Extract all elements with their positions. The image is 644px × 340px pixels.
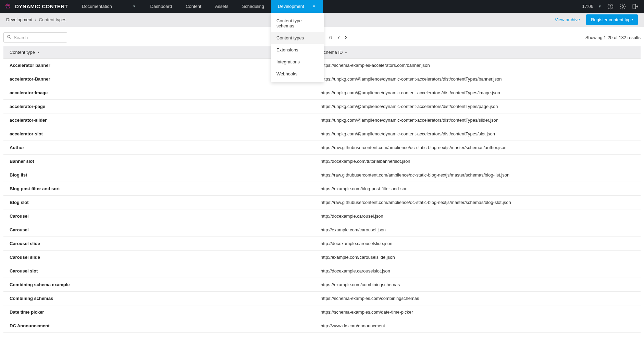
breadcrumb: Development / Content types [6, 17, 66, 22]
dev-menu-item[interactable]: Webhooks [271, 68, 324, 80]
clock-selector[interactable]: 17:06 ▼ [582, 4, 602, 9]
cell-schema-id: https://raw.githubusercontent.com/amplie… [321, 172, 634, 178]
dev-menu-item[interactable]: Content type schemas [271, 15, 324, 32]
table-row[interactable]: accelerator-pagehttps://unpkg.com/@ampli… [3, 100, 641, 113]
search-input-wrap[interactable] [3, 32, 67, 42]
breadcrumb-root[interactable]: Development [6, 17, 33, 22]
cell-content-type: accelerator-slot [10, 131, 321, 136]
cell-schema-id: https://unpkg.com/@amplience/dynamic-con… [321, 90, 634, 95]
table-row[interactable]: Combining schemashttps://schema-examples… [3, 292, 641, 305]
cell-content-type: Blog post filter and sort [10, 186, 321, 191]
gear-icon[interactable] [619, 3, 626, 10]
next-page-icon[interactable] [344, 35, 348, 40]
table-row[interactable]: Banner slothttp://docexample.com/tutoria… [3, 155, 641, 168]
dev-menu-item[interactable]: Extensions [271, 44, 324, 56]
nav-tab-scheduling[interactable]: Scheduling [235, 0, 271, 13]
sort-asc-icon [37, 50, 40, 55]
cell-schema-id: http://www.dc.com/announcment [321, 323, 634, 328]
cell-schema-id: http://example.com/carousel.json [321, 227, 634, 232]
dev-menu-item[interactable]: Content types [271, 32, 324, 44]
cell-schema-id: https://raw.githubusercontent.com/amplie… [321, 145, 634, 150]
cell-schema-id: http://docexample.carouselslide.json [321, 241, 634, 246]
column-header-label: Schema ID [321, 50, 343, 55]
cell-content-type: Carousel [10, 214, 321, 219]
cell-content-type: Carousel slide [10, 241, 321, 246]
cell-content-type: Blog list [10, 172, 321, 178]
table-row[interactable]: Carousel slothttp://docexample.carousels… [3, 264, 641, 278]
cell-schema-id: https://example.com/combiningschemas [321, 282, 634, 287]
breadcrumb-separator: / [35, 17, 36, 22]
cell-content-type: Banner slot [10, 159, 321, 164]
table-row[interactable]: Blog slothttps://raw.githubusercontent.c… [3, 196, 641, 209]
search-input[interactable] [14, 35, 64, 40]
svg-point-4 [8, 35, 10, 38]
cell-content-type: Blog slot [10, 200, 321, 205]
nav-tab-dashboard[interactable]: Dashboard [144, 0, 179, 13]
table-row[interactable]: DC Announcementhttp://www.dc.com/announc… [3, 319, 641, 333]
table-row[interactable]: Carouselhttp://docexample.carousel.json [3, 209, 641, 223]
view-archive-link[interactable]: View archive [555, 17, 580, 22]
cell-content-type: accelerator-Image [10, 90, 321, 95]
cell-schema-id: http://docexample.com/tutorialbannerslot… [321, 159, 634, 164]
table-row[interactable]: Blog post filter and sorthttps://example… [3, 182, 641, 196]
table-row[interactable]: Combining schema examplehttps://example.… [3, 278, 641, 292]
cell-schema-id: http://docexample.carousel.json [321, 214, 634, 219]
cell-schema-id: https://unpkg.com/@amplience/dynamic-con… [321, 131, 634, 136]
cell-schema-id: https://unpkg.com/@amplience/dynamic-con… [321, 118, 634, 123]
page-number[interactable]: 6 [328, 34, 333, 41]
cell-schema-id: https://raw.githubusercontent.com/amplie… [321, 200, 634, 205]
cell-schema-id: https://unpkg.com/@amplience/dynamic-con… [321, 76, 634, 82]
cell-content-type: Date time picker [10, 309, 321, 315]
brand-title: DYNAMIC CONTENT [15, 3, 68, 9]
hub-selector[interactable]: Documentation ▼ [74, 0, 143, 13]
svg-rect-3 [633, 4, 635, 9]
cell-schema-id: http://docexample.carouselslot.json [321, 268, 634, 274]
brand-block[interactable]: DYNAMIC CONTENT [0, 0, 74, 13]
page-number[interactable]: 7 [336, 34, 340, 41]
table-row[interactable]: accelerator-slothttps://unpkg.com/@ampli… [3, 127, 641, 141]
chevron-down-icon: ▼ [133, 4, 136, 8]
cell-schema-id: https://unpkg.com/@amplience/dynamic-con… [321, 104, 634, 109]
nav-tab-label: Content [186, 4, 201, 9]
table-row[interactable]: accelerator-sliderhttps://unpkg.com/@amp… [3, 113, 641, 127]
breadcrumb-current: Content types [39, 17, 66, 22]
table-row[interactable]: Blog listhttps://raw.githubusercontent.c… [3, 168, 641, 182]
logout-icon[interactable] [632, 3, 639, 10]
table-body: Accelerator bannerhttps://schema-example… [3, 59, 641, 333]
cell-content-type: Combining schema example [10, 282, 321, 287]
nav-tab-label: Scheduling [242, 4, 264, 9]
cell-schema-id: https://schema-examples.com/date-time-pi… [321, 309, 634, 315]
table-row[interactable]: Date time pickerhttps://schema-examples.… [3, 305, 641, 319]
cell-schema-id: http://example.com/carouselslide.json [321, 255, 634, 260]
help-icon[interactable] [607, 3, 614, 10]
svg-point-1 [610, 8, 611, 8]
table-row[interactable]: Carouselhttp://example.com/carousel.json [3, 223, 641, 237]
cell-content-type: Author [10, 145, 321, 150]
dev-menu-item[interactable]: Integrations [271, 56, 324, 68]
top-nav: DYNAMIC CONTENT Documentation ▼ Dashboar… [0, 0, 644, 13]
table-row[interactable]: Carousel slidehttp://docexample.carousel… [3, 237, 641, 251]
development-dropdown: Content type schemasContent typesExtensi… [271, 13, 324, 82]
register-content-type-button[interactable]: Register content type [586, 14, 638, 25]
nav-tab-content[interactable]: Content [179, 0, 208, 13]
table-row[interactable]: accelerator-Imagehttps://unpkg.com/@ampl… [3, 86, 641, 100]
cell-content-type: Carousel slot [10, 268, 321, 274]
svg-point-2 [622, 5, 624, 7]
clock-time: 17:06 [582, 4, 594, 9]
cell-schema-id: https://schema-examples.com/combiningsch… [321, 296, 634, 301]
cell-content-type: accelerator-slider [10, 118, 321, 123]
cell-content-type: Carousel [10, 227, 321, 232]
chevron-down-icon: ▼ [598, 4, 602, 8]
results-count: Showing 1-20 of 132 results [585, 35, 641, 40]
cell-content-type: accelerator-page [10, 104, 321, 109]
brand-logo-icon [4, 3, 12, 10]
nav-tab-label: Dashboard [150, 4, 172, 9]
table-row[interactable]: Carousel slidehttp://example.com/carouse… [3, 251, 641, 264]
table-row[interactable]: Authorhttps://raw.githubusercontent.com/… [3, 141, 641, 155]
nav-tab-development[interactable]: Development ▼ [271, 0, 323, 13]
nav-left: Documentation ▼ Dashboard Content Assets… [74, 0, 322, 13]
column-header-label: Content type [10, 50, 35, 55]
search-icon [7, 34, 14, 40]
column-header-schema-id[interactable]: Schema ID [321, 50, 634, 55]
nav-tab-assets[interactable]: Assets [208, 0, 235, 13]
